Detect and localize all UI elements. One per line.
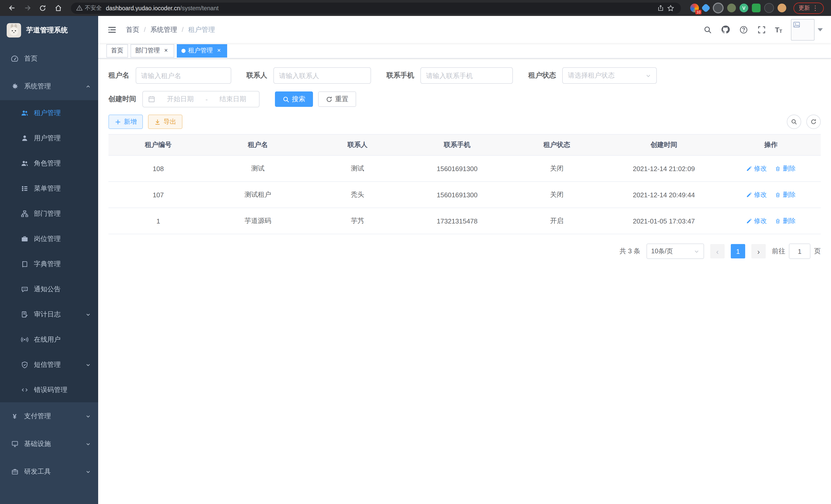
back-button[interactable] xyxy=(5,2,19,13)
sidebar-item-menu-management[interactable]: 菜单管理 xyxy=(0,176,98,201)
breadcrumb-item-system[interactable]: 系统管理 xyxy=(150,25,177,34)
sidebar-item-role-management[interactable]: 角色管理 xyxy=(0,151,98,176)
page-number-1[interactable]: 1 xyxy=(731,244,745,259)
vue-devtools-icon[interactable]: V xyxy=(740,4,748,12)
help-button[interactable] xyxy=(739,25,748,34)
sidebar-item-online-users[interactable]: 在线用户 xyxy=(0,327,98,352)
pagination-total: 共 3 条 xyxy=(620,246,640,256)
github-button[interactable] xyxy=(721,25,730,34)
header-search-button[interactable] xyxy=(703,25,712,34)
sidebar-collapse-button[interactable] xyxy=(106,24,118,35)
tab-home[interactable]: 首页 xyxy=(106,44,128,57)
reload-button[interactable] xyxy=(36,2,49,13)
sidebar-item-sms-management[interactable]: 短信管理 xyxy=(0,352,98,377)
sidebar-item-devtools[interactable]: 研发工具 xyxy=(0,458,98,485)
app-logo[interactable]: 芋道管理系统 xyxy=(0,16,98,45)
cell-contact: 测试 xyxy=(308,155,407,182)
mobile-input[interactable] xyxy=(420,67,513,84)
status-select[interactable]: 请选择租户状态 xyxy=(562,67,657,84)
extension-icon-globe[interactable] xyxy=(713,3,724,13)
security-chip[interactable]: 不安全 xyxy=(76,4,102,12)
extension-icon-blue[interactable] xyxy=(701,3,711,13)
font-size-small-glyph: T xyxy=(779,29,782,34)
tenant-name-input[interactable] xyxy=(136,67,231,84)
close-icon[interactable]: × xyxy=(163,47,170,54)
refresh-table-button[interactable] xyxy=(806,115,821,129)
contact-input[interactable] xyxy=(274,67,371,84)
edit-label: 修改 xyxy=(754,164,767,173)
browser-menu-icon[interactable]: ⋮ xyxy=(812,4,819,12)
sidebar-item-home[interactable]: 首页 xyxy=(0,45,98,72)
tenant-name-label: 租户名 xyxy=(109,71,129,80)
close-icon[interactable]: × xyxy=(215,47,223,54)
cell-created: 2021-01-05 17:03:47 xyxy=(607,208,721,234)
cell-tenant-id: 107 xyxy=(109,182,208,208)
sidebar-item-error-code[interactable]: 错误码管理 xyxy=(0,377,98,402)
edit-link[interactable]: 修改 xyxy=(746,164,767,173)
prev-page-button[interactable]: ‹ xyxy=(710,244,725,259)
sidebar-item-audit-log[interactable]: 审计日志 xyxy=(0,302,98,327)
page-size-select[interactable]: 10条/页 xyxy=(647,243,704,259)
export-button[interactable]: 导出 xyxy=(148,115,182,129)
sidebar-item-label: 菜单管理 xyxy=(34,184,61,193)
sidebar-item-payment[interactable]: ¥ 支付管理 xyxy=(0,402,98,430)
cell-actions: 修改删除 xyxy=(721,182,821,208)
share-button[interactable] xyxy=(655,3,665,13)
profile-avatar-icon[interactable] xyxy=(778,4,786,12)
sidebar-item-tenant-management[interactable]: 租户管理 xyxy=(0,100,98,125)
url-path: /system/tenant xyxy=(180,5,219,11)
forward-button[interactable] xyxy=(21,2,34,13)
sidebar-item-dict-management[interactable]: 字典管理 xyxy=(0,251,98,276)
cell-tenant-name: 芋道源码 xyxy=(208,208,308,234)
chevron-up-icon xyxy=(86,84,90,89)
goto-page-input[interactable] xyxy=(789,243,810,259)
next-page-button[interactable]: › xyxy=(751,244,766,259)
browser-update-button[interactable]: 更新 ⋮ xyxy=(794,2,824,13)
forward-icon xyxy=(23,4,31,12)
chevron-left-icon: ‹ xyxy=(716,247,719,256)
sidebar-item-post-management[interactable]: 岗位管理 xyxy=(0,226,98,251)
url-text[interactable]: dashboard.yudao.iocoder.cn/system/tenant xyxy=(106,5,655,11)
toggle-search-button[interactable] xyxy=(787,115,801,129)
edit-link[interactable]: 修改 xyxy=(746,190,767,199)
delete-link[interactable]: 删除 xyxy=(775,164,796,173)
tab-dept-management[interactable]: 部门管理 × xyxy=(131,44,174,57)
filter-row-2: 创建时间 开始日期 - 结束日期 搜索 xyxy=(109,91,821,108)
fullscreen-button[interactable] xyxy=(757,25,766,34)
sidebar-item-user-management[interactable]: 用户管理 xyxy=(0,125,98,151)
date-range-picker[interactable]: 开始日期 - 结束日期 xyxy=(142,91,260,108)
chevron-down-icon xyxy=(86,414,90,419)
tab-tenant-management[interactable]: 租户管理 × xyxy=(177,44,227,57)
user-avatar-menu[interactable] xyxy=(791,19,823,40)
reset-button-label: 重置 xyxy=(335,94,348,104)
breadcrumb-item-home[interactable]: 首页 xyxy=(126,25,139,34)
bookmark-star-button[interactable] xyxy=(665,3,676,13)
sidebar-item-notice[interactable]: 通知公告 xyxy=(0,276,98,302)
sidebar-item-dept-management[interactable]: 部门管理 xyxy=(0,201,98,226)
chevron-down-icon xyxy=(646,73,651,78)
address-bar[interactable]: 不安全 dashboard.yudao.iocoder.cn/system/te… xyxy=(71,2,681,13)
delete-link[interactable]: 删除 xyxy=(775,190,796,199)
filter-mobile: 联系手机 xyxy=(386,67,513,84)
search-button[interactable]: 搜索 xyxy=(275,91,313,107)
home-button[interactable] xyxy=(51,2,65,13)
chevron-down-icon xyxy=(86,312,90,317)
sidebar-item-infrastructure[interactable]: 基础设施 xyxy=(0,430,98,458)
column-header: 租户状态 xyxy=(507,135,607,155)
extension-icon-colorful[interactable]: 10 xyxy=(690,4,699,12)
add-button[interactable]: 新增 xyxy=(109,115,143,129)
extension-icon-olive[interactable] xyxy=(727,4,736,12)
org-tree-icon xyxy=(21,210,28,217)
reset-button[interactable]: 重置 xyxy=(318,91,356,107)
shield-icon xyxy=(21,361,28,368)
sidebar-item-label: 错误码管理 xyxy=(34,385,67,394)
delete-link[interactable]: 删除 xyxy=(775,216,796,225)
sidebar-item-system[interactable]: 系统管理 xyxy=(0,72,98,100)
page-content: 租户名 联系人 联系手机 租户状态 请选择租户状态 xyxy=(98,59,831,504)
font-size-button[interactable]: TT xyxy=(775,25,782,34)
extension-icon-dark[interactable] xyxy=(764,3,774,13)
extension-icon-green[interactable] xyxy=(752,4,761,12)
chevron-down-icon xyxy=(86,442,90,446)
sidebar: 芋道管理系统 首页 系统管理 租户管理 xyxy=(0,16,98,504)
edit-link[interactable]: 修改 xyxy=(746,216,767,225)
